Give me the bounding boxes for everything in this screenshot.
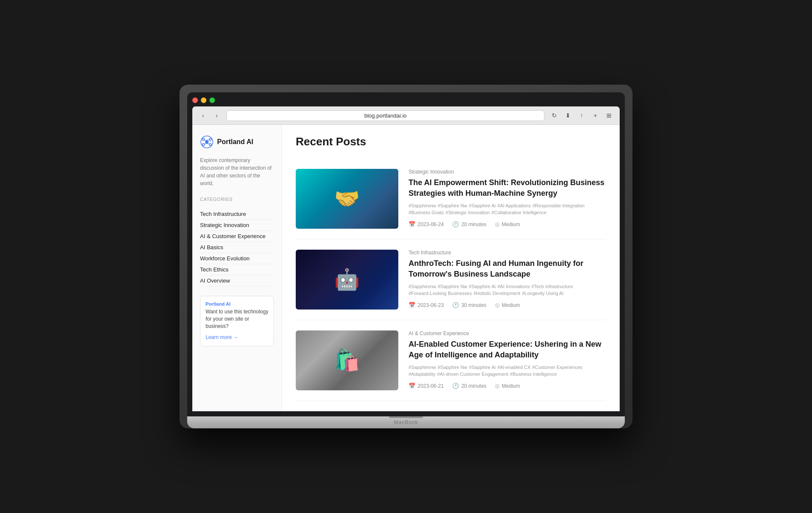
svg-point-5 [209,144,212,146]
post-difficulty-1: ◎ Medium [495,221,520,227]
tag: #Sapphire Ai [469,365,495,370]
browser-window: ‹ › 🔒 ↻ ⬇ ↑ + ⊞ [192,106,620,411]
tag: #Business Intelligence [510,371,556,377]
calendar-icon: 📅 [409,302,415,308]
svg-point-1 [205,140,209,144]
post-card-2: Tech Infrastructure AnthroTech: Fusing A… [296,239,606,320]
address-bar-container: 🔒 [227,110,544,121]
tag: #Sapphire Nw [438,203,467,208]
tag: #Holistic Development [474,291,520,296]
maximize-button[interactable] [209,97,215,103]
tag: #Sapphirenw [409,284,436,289]
difficulty-icon: ◎ [495,302,500,308]
post-meta-3: 📅 2023-06-21 🕐 20 minutes ◎ [409,383,606,389]
new-tab-button[interactable]: + [590,110,601,121]
sidebar-item-tech-infrastructure[interactable]: Tech Infrastructure [200,209,274,220]
post-meta-1: 📅 2023-06-24 🕐 20 minutes ◎ [409,221,606,227]
svg-line-8 [204,144,207,144]
minimize-button[interactable] [201,97,206,103]
svg-line-7 [207,140,209,141]
tag: #Business Goals [409,210,444,215]
more-button[interactable]: ⊞ [603,110,615,121]
post-title-1[interactable]: The AI Empowerment Shift: Revolutionizin… [409,177,606,199]
tag: #Collaborative Intelligence [491,210,547,215]
difficulty-value-2: Medium [502,302,520,308]
difficulty-value-1: Medium [502,221,520,227]
portland-ai-logo [200,135,214,149]
svg-point-3 [209,139,212,141]
laptop-base: MacBook [187,416,625,428]
tag: #Tech Infrastructure [532,284,573,289]
calendar-icon: 📅 [409,221,415,227]
read-time-value-2: 30 minutes [461,302,486,308]
tag: #Sapphire Ai [469,203,495,208]
post-date-3: 📅 2023-06-21 [409,383,444,389]
tag: #Sapphirenw [409,365,436,370]
sidebar: Portland AI Explore contemporary discuss… [192,125,282,411]
post-read-time-3: 🕐 20 minutes [452,383,486,389]
sidebar-item-strategic-innovation[interactable]: Strategic Innovation [200,220,274,231]
tag: #Adaptability [409,371,435,377]
window-controls [192,97,620,103]
category-list: Tech Infrastructure Strategic Innovation… [200,209,274,286]
svg-point-2 [203,139,205,141]
tag: #AI-enabled CX [497,365,531,370]
promo-box: Portland AI Want to use this technology … [200,296,274,346]
post-list: Strategic Innovation The AI Empowerment … [296,159,606,401]
site-tagline: Explore contemporary discussion of the i… [200,156,274,187]
post-difficulty-2: ◎ Medium [495,302,520,308]
post-read-time-2: 🕐 30 minutes [452,302,486,308]
categories-heading: Categories [200,197,274,202]
close-button[interactable] [192,97,198,103]
post-read-time-1: 🕐 20 minutes [452,221,486,227]
post-category-2: Tech Infrastructure [409,250,606,256]
date-value-3: 2023-06-21 [418,383,444,389]
post-title-3[interactable]: AI-Enabled Customer Experience: Ushering… [409,339,606,360]
date-value-1: 2023-06-24 [418,221,444,227]
screen-bezel: ‹ › 🔒 ↻ ⬇ ↑ + ⊞ [187,92,625,416]
tag: #AI Applications [497,203,531,208]
post-date-1: 📅 2023-06-24 [409,221,444,227]
promo-label: Portland AI [206,301,268,307]
read-time-value-3: 20 minutes [461,383,486,389]
difficulty-icon: ◎ [495,221,500,227]
address-bar[interactable] [227,110,544,121]
post-title-2[interactable]: AnthroTech: Fusing AI and Human Ingenuit… [409,258,606,280]
tag: #Sapphire Nw [438,284,467,289]
svg-line-9 [207,144,209,144]
post-card-1: Strategic Innovation The AI Empowerment … [296,159,606,239]
main-content: Recent Posts Strategic Innovation The AI… [282,125,620,411]
refresh-button[interactable]: ↻ [549,110,560,121]
sidebar-item-tech-ethics[interactable]: Tech Ethics [200,264,274,275]
clock-icon: 🕐 [452,221,459,227]
back-button[interactable]: ‹ [197,110,209,121]
promo-link[interactable]: Learn more → [206,334,238,340]
tag: #AI Innovations [497,284,530,289]
download-button[interactable]: ⬇ [562,110,574,121]
clock-icon: 🕐 [452,302,459,308]
sidebar-item-ai-overview[interactable]: AI Overview [200,275,274,286]
read-time-value-1: 20 minutes [461,221,486,227]
post-thumbnail-1[interactable] [296,169,398,229]
browser-content: Portland AI Explore contemporary discuss… [192,125,620,411]
sidebar-item-ai-customer-experience[interactable]: AI & Customer Experience [200,231,274,242]
post-thumbnail-2[interactable] [296,250,398,310]
post-info-1: Strategic Innovation The AI Empowerment … [409,169,606,229]
toolbar-right: ↻ ⬇ ↑ + ⊞ [549,110,615,121]
post-tags-2: #Sapphirenw #Sapphire Nw #Sapphire Ai #A… [409,284,606,296]
share-button[interactable]: ↑ [576,110,587,121]
page-title: Recent Posts [296,135,606,148]
promo-text: Want to use this technology for your own… [206,308,268,330]
sidebar-item-ai-basics[interactable]: AI Basics [200,242,274,253]
tag: #Sapphire Ai [469,284,495,289]
svg-point-4 [203,144,205,146]
tag: #Sapphire Nw [438,365,467,370]
post-meta-2: 📅 2023-06-23 🕐 30 minutes ◎ [409,302,606,308]
tag: #AI-driven Customer Engagement [437,371,508,377]
post-category-3: AI & Customer Experience [409,330,606,336]
forward-button[interactable]: › [211,110,222,121]
post-thumbnail-3[interactable] [296,330,398,390]
post-info-3: AI & Customer Experience AI-Enabled Cust… [409,330,606,390]
tag: #Longevity Using AI [522,291,563,296]
sidebar-item-workforce-evolution[interactable]: Workforce Evolution [200,253,274,264]
